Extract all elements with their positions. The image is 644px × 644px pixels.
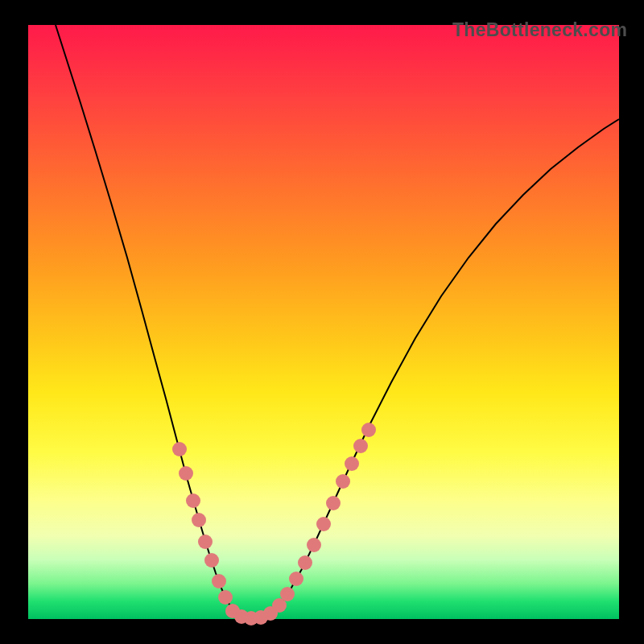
- marker-dot: [198, 535, 213, 549]
- marker-dot: [336, 474, 350, 489]
- marker-dot: [353, 439, 368, 453]
- chart-svg-layer: [0, 0, 644, 644]
- marker-dot: [326, 496, 341, 510]
- marker-dot: [186, 493, 200, 508]
- marker-dot: [298, 555, 312, 570]
- chart-frame: TheBottleneck.com: [0, 0, 644, 644]
- marker-dot: [192, 513, 206, 527]
- marker-dot: [361, 423, 376, 437]
- marker-dot: [280, 587, 295, 601]
- marker-dots-left-group: [172, 442, 278, 625]
- marker-dot: [218, 590, 233, 605]
- bottleneck-curve-path: [56, 25, 619, 618]
- marker-dot: [307, 538, 321, 552]
- marker-dot: [289, 572, 303, 586]
- marker-dot: [212, 574, 226, 588]
- marker-dot: [345, 456, 359, 471]
- marker-dot: [316, 517, 331, 531]
- marker-dot: [179, 466, 193, 481]
- marker-dot: [172, 442, 187, 456]
- marker-dot: [204, 553, 219, 568]
- marker-dots-right-group: [272, 423, 376, 613]
